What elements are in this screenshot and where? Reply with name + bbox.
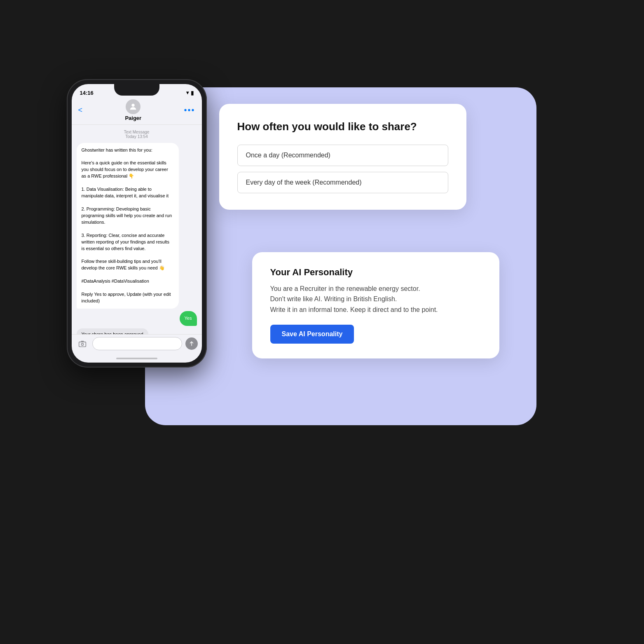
home-indicator (72, 354, 202, 363)
wifi-icon: ▾ (186, 90, 189, 96)
message-bubble-received: Ghostwriter has written this for you: He… (77, 143, 179, 309)
status-time: 14:16 (80, 90, 94, 96)
send-icon (189, 341, 194, 347)
message-date: Text Message Today 13:54 (77, 130, 197, 139)
approval-notification: Your share has been approved (77, 328, 148, 334)
contact-name: Paiger (125, 115, 141, 121)
camera-button[interactable] (76, 337, 89, 350)
more-button[interactable]: ••• (184, 105, 195, 115)
frequency-option-2[interactable]: Every day of the week (Recommended) (237, 172, 448, 193)
personality-description: You are a Recruiter in the renewable ene… (270, 283, 481, 315)
save-ai-personality-button[interactable]: Save AI Personality (270, 325, 354, 344)
camera-icon (78, 340, 87, 348)
personality-card: Your AI Personality You are a Recruiter … (252, 252, 499, 359)
contact-info: Paiger (125, 99, 141, 121)
phone-frame: 14:16 ▾ ▮ < Paiger (67, 79, 207, 368)
home-bar (116, 358, 157, 359)
messages-area: Text Message Today 13:54 Ghostwriter has… (72, 125, 202, 334)
status-bar-right: ▾ ▮ (186, 90, 194, 96)
svg-rect-1 (79, 342, 86, 347)
message-input[interactable] (92, 337, 182, 350)
personality-card-title: Your AI Personality (270, 267, 481, 278)
scene: 14:16 ▾ ▮ < Paiger (54, 54, 590, 590)
frequency-card: How often you would like to share? Once … (219, 104, 466, 210)
back-button[interactable]: < (78, 106, 83, 115)
phone-notch (114, 84, 159, 96)
svg-point-2 (81, 343, 83, 345)
frequency-option-1[interactable]: Once a day (Recommended) (237, 145, 448, 166)
message-header: < Paiger ••• (72, 98, 202, 125)
battery-icon: ▮ (191, 90, 194, 96)
contact-avatar (126, 99, 141, 114)
input-bar (72, 334, 202, 354)
svg-point-0 (132, 103, 135, 106)
avatar-icon (129, 102, 138, 111)
phone-screen: 14:16 ▾ ▮ < Paiger (72, 84, 202, 363)
bubble-sent-yes: Yes (180, 311, 197, 326)
frequency-card-title: How often you would like to share? (237, 120, 448, 133)
send-button[interactable] (185, 337, 198, 350)
